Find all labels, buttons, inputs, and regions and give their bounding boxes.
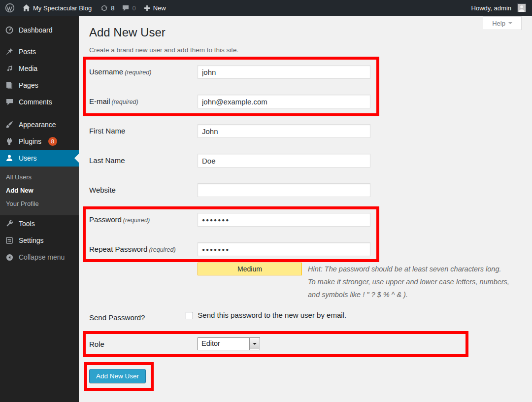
sidebar-item-comments[interactable]: Comments bbox=[0, 94, 79, 110]
sidebar-label: Pages bbox=[19, 81, 38, 89]
sidebar-item-posts[interactable]: Posts bbox=[0, 43, 79, 60]
dashboard-icon bbox=[4, 26, 14, 34]
website-input[interactable] bbox=[198, 183, 370, 197]
username-label: Username(required) bbox=[89, 65, 198, 79]
email-input[interactable] bbox=[198, 95, 370, 108]
submenu-item-your-profile[interactable]: Your Profile bbox=[0, 197, 79, 210]
first-name-label: First Name bbox=[89, 124, 198, 138]
pushpin-icon bbox=[4, 48, 14, 56]
password-strength-meter: Medium bbox=[198, 263, 302, 275]
users-submenu: All Users Add New Your Profile bbox=[0, 167, 79, 215]
admin-bar: My Spectacular Blog 8 0 New Howdy, admin bbox=[0, 0, 532, 16]
collapse-menu-button[interactable]: Collapse menu bbox=[0, 249, 79, 266]
sliders-icon bbox=[4, 236, 14, 244]
wrench-icon bbox=[4, 220, 14, 228]
sidebar-item-plugins[interactable]: Plugins 8 bbox=[0, 133, 79, 150]
site-name-label: My Spectacular Blog bbox=[33, 4, 92, 12]
updates-link[interactable]: 8 bbox=[100, 4, 114, 12]
sidebar-label: Collapse menu bbox=[19, 253, 65, 261]
help-tab[interactable]: Help bbox=[483, 16, 522, 30]
password-label: Password(required) bbox=[89, 213, 198, 227]
main-content: Add New User Create a brand new user and… bbox=[79, 16, 532, 402]
home-icon bbox=[23, 4, 30, 11]
last-name-input[interactable] bbox=[198, 154, 370, 168]
email-label: E-mail(required) bbox=[89, 95, 198, 108]
sidebar-label: Plugins bbox=[19, 137, 41, 145]
collapse-icon bbox=[4, 254, 14, 261]
sidebar-item-settings[interactable]: Settings bbox=[0, 232, 79, 249]
submenu-item-all-users[interactable]: All Users bbox=[0, 170, 79, 184]
help-label: Help bbox=[492, 20, 505, 27]
update-count: 8 bbox=[111, 4, 114, 12]
send-password-label: Send Password? bbox=[89, 311, 186, 322]
sidebar-label: Users bbox=[19, 154, 37, 162]
send-password-checkbox-label: Send this password to the new user by em… bbox=[198, 311, 346, 319]
sidebar-item-tools[interactable]: Tools bbox=[0, 215, 79, 232]
site-name-link[interactable]: My Spectacular Blog bbox=[23, 4, 92, 12]
plug-icon bbox=[4, 137, 14, 145]
sidebar-item-pages[interactable]: Pages bbox=[0, 77, 79, 94]
avatar bbox=[518, 4, 526, 12]
current-menu-arrow bbox=[70, 154, 79, 163]
username-input[interactable] bbox=[198, 65, 370, 79]
my-account-link[interactable]: Howdy, admin bbox=[471, 4, 526, 12]
page-title: Add New User bbox=[89, 26, 522, 39]
sidebar-label: Tools bbox=[19, 220, 35, 228]
chevron-down-icon bbox=[253, 343, 257, 347]
sidebar-label: Appearance bbox=[19, 121, 56, 129]
select-dropdown-button[interactable] bbox=[249, 338, 260, 350]
sidebar-item-media[interactable]: Media bbox=[0, 60, 79, 77]
last-name-label: Last Name bbox=[89, 154, 198, 168]
sidebar-label: Comments bbox=[19, 98, 52, 106]
media-icon bbox=[4, 65, 14, 72]
role-selected-value: Editor bbox=[198, 338, 249, 350]
sidebar-item-dashboard[interactable]: Dashboard bbox=[0, 22, 79, 38]
add-user-form: Username(required) E-mail(required) Firs… bbox=[89, 65, 370, 383]
brush-icon bbox=[4, 121, 14, 129]
sidebar-item-users[interactable]: Users bbox=[0, 150, 79, 167]
comments-icon bbox=[4, 99, 14, 105]
updates-icon bbox=[100, 4, 108, 12]
repeat-password-label: Repeat Password(required) bbox=[89, 242, 198, 256]
comment-bubble-icon bbox=[122, 5, 129, 11]
comment-count: 0 bbox=[132, 4, 135, 12]
sidebar-label: Settings bbox=[19, 236, 44, 244]
sidebar-label: Media bbox=[19, 65, 37, 72]
page-description: Create a brand new user and add them to … bbox=[89, 46, 522, 54]
sidebar-label: Dashboard bbox=[19, 26, 53, 34]
website-label: Website bbox=[89, 183, 198, 197]
admin-sidebar: Dashboard Posts Media Pages Comments App… bbox=[0, 16, 79, 402]
chevron-down-icon bbox=[508, 22, 512, 26]
first-name-input[interactable] bbox=[198, 124, 370, 138]
new-label: New bbox=[153, 4, 166, 12]
add-new-user-button[interactable]: Add New User bbox=[89, 369, 146, 383]
howdy-label: Howdy, admin bbox=[471, 4, 511, 12]
new-content-link[interactable]: New bbox=[144, 4, 166, 12]
password-strength-section: Medium Hint: The password should be at l… bbox=[170, 263, 510, 301]
sidebar-item-appearance[interactable]: Appearance bbox=[0, 116, 79, 133]
plus-icon bbox=[144, 5, 150, 11]
sidebar-label: Posts bbox=[19, 48, 36, 56]
user-icon bbox=[4, 154, 14, 162]
role-select[interactable]: Editor bbox=[198, 337, 260, 350]
role-label: Role bbox=[89, 337, 198, 350]
wordpress-logo-icon[interactable] bbox=[5, 3, 15, 13]
submenu-item-add-new[interactable]: Add New bbox=[0, 184, 79, 197]
password-input[interactable] bbox=[198, 213, 370, 227]
pages-icon bbox=[4, 81, 14, 89]
repeat-password-input[interactable] bbox=[198, 242, 370, 256]
comments-link[interactable]: 0 bbox=[122, 4, 135, 12]
send-password-checkbox[interactable] bbox=[186, 312, 193, 319]
plugins-count-badge: 8 bbox=[48, 137, 57, 146]
